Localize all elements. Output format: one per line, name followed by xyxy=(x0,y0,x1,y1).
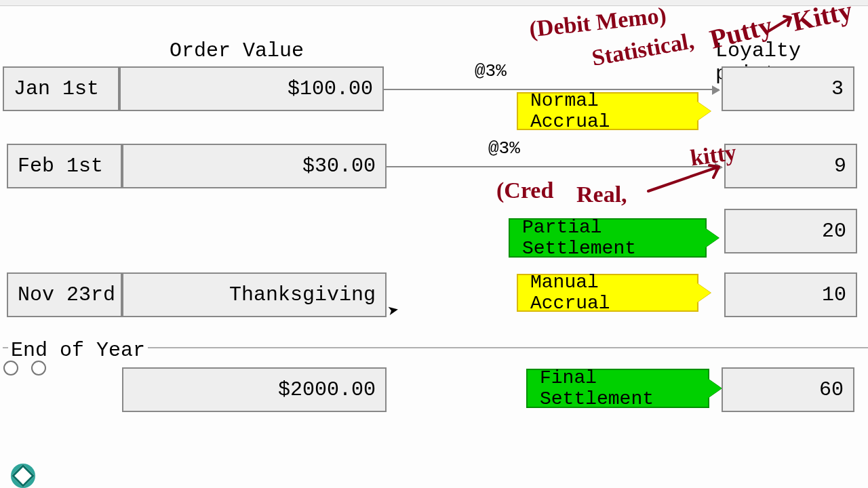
handwriting-arrow-icon xyxy=(765,12,799,39)
gear-icon[interactable] xyxy=(11,464,35,488)
tag-label: Normal Accrual xyxy=(530,90,682,132)
date-value: Feb 1st xyxy=(18,155,103,178)
order-value-header: Order Value xyxy=(170,39,304,62)
points-cell-partial: 20 xyxy=(724,209,857,253)
radio-option-2[interactable] xyxy=(31,361,46,375)
handwriting-cred: (Cred xyxy=(496,178,553,203)
order-value: $30.00 xyxy=(302,155,376,178)
tag-notch-icon xyxy=(705,228,719,247)
points-value: 10 xyxy=(822,283,846,306)
end-of-year-label: End of Year xyxy=(8,339,148,362)
rate-label-jan: @3% xyxy=(475,61,507,81)
rate-label-feb: @3% xyxy=(488,138,520,159)
order-value: Thanksgiving xyxy=(229,283,376,306)
date-cell-nov: Nov 23rd xyxy=(7,272,122,317)
handwriting-arrow-icon xyxy=(644,163,726,203)
points-value: 60 xyxy=(819,378,844,401)
arrowhead-icon xyxy=(712,85,720,95)
tag-final-settlement: Final Settlement xyxy=(526,369,709,408)
tag-label: Final Settlement xyxy=(540,367,693,409)
tag-label: Partial Settlement xyxy=(522,217,690,259)
points-cell-nov: 10 xyxy=(724,272,857,317)
tag-notch-icon xyxy=(708,379,722,398)
points-value: 20 xyxy=(822,220,846,243)
date-value: Nov 23rd xyxy=(18,283,115,306)
tag-normal-accrual: Normal Accrual xyxy=(517,92,698,130)
tag-notch-icon xyxy=(697,283,711,302)
date-value: Jan 1st xyxy=(14,77,99,100)
tag-manual-accrual: Manual Accrual xyxy=(517,274,698,312)
date-cell-jan: Jan 1st xyxy=(3,66,119,111)
order-value: $100.00 xyxy=(288,77,373,100)
tag-notch-icon xyxy=(697,102,711,121)
points-value: 3 xyxy=(831,77,844,100)
mouse-cursor-icon: ➤ xyxy=(386,299,401,323)
points-cell-jan: 3 xyxy=(722,66,854,111)
tag-partial-settlement: Partial Settlement xyxy=(509,218,707,258)
points-value: 9 xyxy=(834,155,846,178)
handwriting-real: Real, xyxy=(576,182,627,207)
date-cell-feb: Feb 1st xyxy=(7,144,122,188)
window-top-bar xyxy=(0,0,868,6)
order-value-cell-nov: Thanksgiving xyxy=(122,272,387,317)
order-value: $2000.00 xyxy=(278,378,376,401)
order-value-cell-eoy: $2000.00 xyxy=(122,367,387,412)
order-value-cell-jan: $100.00 xyxy=(119,66,384,111)
handwriting-kitty-top: Kitty xyxy=(789,0,855,38)
tag-label: Manual Accrual xyxy=(530,272,682,314)
points-cell-eoy: 60 xyxy=(722,367,854,412)
order-value-cell-feb: $30.00 xyxy=(122,144,387,188)
points-cell-feb: 9 xyxy=(724,144,857,188)
radio-option-1[interactable] xyxy=(3,361,18,375)
